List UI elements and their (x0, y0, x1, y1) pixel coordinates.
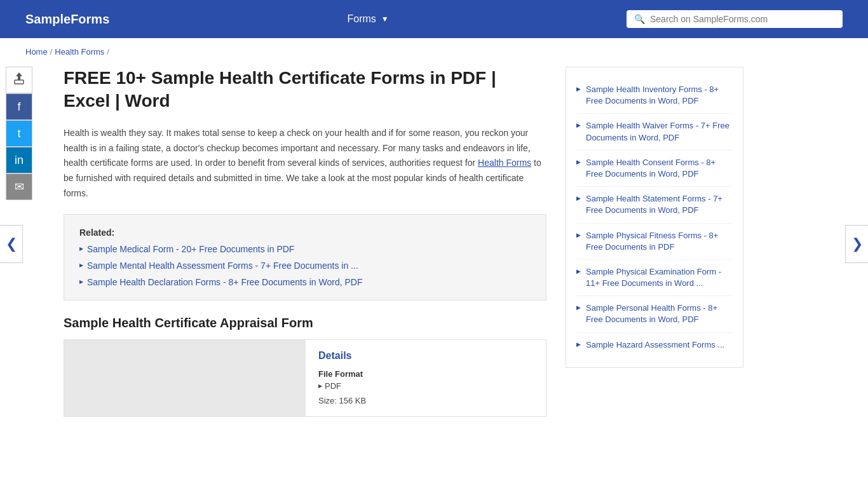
form-card-image (64, 340, 306, 416)
sidebar: ▶ Sample Health Inventory Forms - 8+ Fre… (566, 60, 743, 430)
sidebar-item[interactable]: ▶ Sample Health Statement Forms - 7+ Fre… (576, 187, 733, 223)
sidebar-item[interactable]: ▶ Sample Physical Examination Form - 11+… (576, 260, 733, 296)
nav-arrow-left[interactable]: ❮ (0, 225, 23, 263)
related-links-list: Sample Medical Form - 20+ Free Documents… (79, 244, 531, 287)
email-button[interactable]: ✉ (6, 173, 32, 200)
related-box: Related: Sample Medical Form - 20+ Free … (64, 214, 546, 301)
related-link-3[interactable]: Sample Health Declaration Forms - 8+ Fre… (79, 277, 531, 287)
search-bar: 🔍 (627, 10, 843, 28)
site-header: SampleForms Forms ▼ 🔍 (0, 0, 868, 38)
size-label: Size: 156 KB (318, 396, 533, 405)
nav-arrow-right[interactable]: ❯ (845, 225, 868, 263)
related-link-2[interactable]: Sample Mental Health Assessment Forms - … (79, 261, 531, 271)
facebook-icon: f (17, 100, 20, 114)
list-item: Sample Mental Health Assessment Forms - … (79, 261, 531, 271)
twitter-button[interactable]: t (6, 120, 32, 147)
svg-rect-2 (15, 80, 24, 84)
forms-nav-chevron: ▼ (381, 15, 389, 24)
sidebar-item-label: Sample Health Consent Forms - 8+ Free Do… (586, 157, 733, 180)
form-card: Details File Format PDF Size: 156 KB (64, 339, 546, 417)
related-label: Related: (79, 227, 531, 238)
arrow-icon: ▶ (576, 159, 581, 165)
health-forms-link[interactable]: Health Forms (478, 158, 531, 168)
main-layout: f t in ✉ FREE 10+ Sample Health Certific… (0, 60, 868, 430)
sidebar-item[interactable]: ▶ Sample Health Inventory Forms - 8+ Fre… (576, 78, 733, 114)
search-input[interactable] (650, 14, 835, 24)
left-chevron-icon: ❮ (6, 236, 17, 252)
sidebar-box: ▶ Sample Health Inventory Forms - 8+ Fre… (566, 67, 743, 368)
breadcrumb: Home / Health Forms / (0, 38, 868, 60)
arrow-icon: ▶ (576, 122, 581, 128)
details-title: Details (318, 350, 533, 362)
search-icon: 🔍 (634, 14, 645, 24)
sidebar-item[interactable]: ▶ Sample Hazard Assessment Forms ... (576, 333, 733, 357)
intro-paragraph: Health is wealth they say. It makes tota… (64, 126, 546, 201)
site-logo[interactable]: SampleForms (25, 12, 109, 27)
sidebar-item-label: Sample Hazard Assessment Forms ... (586, 339, 724, 351)
form-card-details: Details File Format PDF Size: 156 KB (306, 340, 546, 416)
sidebar-item-label: Sample Health Statement Forms - 7+ Free … (586, 193, 733, 216)
sidebar-item-label: Sample Health Waiver Forms - 7+ Free Doc… (586, 120, 733, 143)
sidebar-item[interactable]: ▶ Sample Personal Health Forms - 8+ Free… (576, 296, 733, 332)
share-icon (13, 72, 25, 88)
arrow-icon: ▶ (576, 86, 581, 92)
forms-nav-label: Forms (348, 13, 376, 25)
share-button[interactable] (6, 67, 32, 93)
arrow-icon: ▶ (576, 304, 581, 311)
linkedin-button[interactable]: in (6, 147, 32, 173)
social-bar: f t in ✉ (0, 67, 38, 200)
file-format-value: PDF (318, 381, 533, 391)
page-title: FREE 10+ Sample Health Certificate Forms… (64, 67, 546, 113)
breadcrumb-health-forms[interactable]: Health Forms (55, 47, 104, 57)
list-item: Sample Medical Form - 20+ Free Documents… (79, 244, 531, 254)
sidebar-item[interactable]: ▶ Sample Health Consent Forms - 8+ Free … (576, 151, 733, 187)
twitter-icon: t (17, 127, 20, 140)
forms-nav[interactable]: Forms ▼ (348, 13, 389, 25)
sidebar-item-label: Sample Physical Examination Form - 11+ F… (586, 266, 733, 289)
file-format-label: File Format (318, 369, 533, 379)
list-item: Sample Health Declaration Forms - 8+ Fre… (79, 277, 531, 287)
sidebar-item-label: Sample Physical Fitness Forms - 8+ Free … (586, 230, 733, 253)
content-area: FREE 10+ Sample Health Certificate Forms… (25, 60, 546, 430)
form-section-heading: Sample Health Certificate Appraisal Form (64, 316, 546, 330)
linkedin-icon: in (15, 154, 24, 167)
facebook-button[interactable]: f (6, 93, 32, 120)
breadcrumb-sep1: / (50, 47, 53, 57)
sidebar-item-label: Sample Health Inventory Forms - 8+ Free … (586, 84, 733, 107)
related-link-1[interactable]: Sample Medical Form - 20+ Free Documents… (79, 244, 531, 254)
svg-marker-1 (16, 72, 22, 76)
sidebar-item[interactable]: ▶ Sample Physical Fitness Forms - 8+ Fre… (576, 224, 733, 260)
right-chevron-icon: ❯ (851, 236, 863, 252)
sidebar-item[interactable]: ▶ Sample Health Waiver Forms - 7+ Free D… (576, 114, 733, 150)
arrow-icon: ▶ (576, 195, 581, 201)
arrow-icon: ▶ (576, 268, 581, 274)
breadcrumb-home[interactable]: Home (25, 47, 48, 57)
email-icon: ✉ (15, 180, 24, 194)
arrow-icon: ▶ (576, 341, 581, 348)
arrow-icon: ▶ (576, 232, 581, 238)
breadcrumb-sep2: / (107, 47, 109, 57)
sidebar-item-label: Sample Personal Health Forms - 8+ Free D… (586, 302, 733, 325)
